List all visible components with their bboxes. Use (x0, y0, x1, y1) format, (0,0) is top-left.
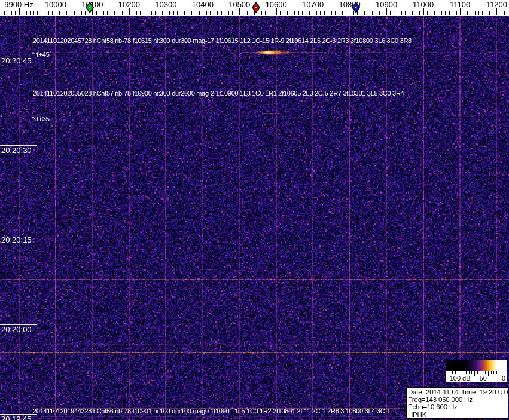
freq-label-10600: 10600 (266, 0, 287, 9)
freq-label-11200: 11200 (486, 0, 507, 9)
colorbar-gradient (446, 360, 507, 371)
event-caret-1: ^ t+45 (32, 51, 50, 58)
marker-green-icon (86, 2, 94, 13)
detection-text-2: 20141101202035028 hCnt57 nb-78 f10900 hi… (33, 90, 404, 97)
info-echo-line: Echo=10 600 Hz (408, 403, 507, 411)
freq-label-10300: 10300 (155, 0, 176, 9)
time-label-202030: 20:20:30 (1, 146, 32, 154)
time-label-202015: 20:20:15 (1, 236, 32, 244)
info-box: Date=2014-11-01 Time=19:20 UTC Freq=143 … (406, 387, 508, 419)
time-minor-mark: ` (1, 79, 2, 83)
marker-red[interactable] (252, 2, 260, 16)
time-label-202000: 20:20:00 (1, 326, 32, 333)
colorbar-scale: -100 dB -50 0 (446, 371, 507, 382)
colorbar-legend: -100 dB -50 0 (446, 360, 507, 382)
info-station-line: HPHK (408, 411, 507, 419)
spectrogram-app: 9900 Hz100001010010200103001040010500106… (0, 0, 509, 420)
colorbar-label-max: 0 (502, 375, 505, 382)
spectrogram-canvas[interactable] (0, 16, 509, 420)
marker-green[interactable] (86, 2, 94, 16)
info-freq-line: Freq=143 050 000 Hz (408, 396, 507, 404)
time-label-202045: 20:20:45 (1, 57, 32, 65)
freq-label-11000: 11000 (413, 0, 434, 9)
detection-text-1: 20141101202045728 hCnt58 nb-78 f10615 hi… (33, 37, 412, 44)
marker-blue[interactable] (352, 2, 360, 16)
freq-label-10500: 10500 (228, 0, 250, 9)
freq-label-10900: 10900 (376, 0, 397, 9)
colorbar-label-min: -100 dB (447, 375, 471, 382)
event-caret-2: ^ t+35 (32, 115, 50, 122)
time-label-201945: 20:19:45 (1, 415, 32, 420)
info-date-line: Date=2014-11-01 Time=19:20 UTC (408, 388, 507, 396)
time-minor-mark: ` (1, 117, 2, 121)
time-minor-mark: ` (1, 402, 2, 406)
freq-label-10000: 10000 (45, 0, 66, 9)
colorbar-label-mid: -50 (477, 375, 487, 382)
marker-blue-icon (352, 2, 360, 13)
freq-label-9900: 9900 Hz (4, 0, 33, 9)
freq-label-10200: 10200 (118, 0, 140, 9)
time-minor-mark: ` (1, 37, 2, 41)
frequency-ruler[interactable]: 9900 Hz100001010010200103001040010500106… (0, 0, 509, 16)
detection-text-3: 20141101201944328 hCnt56 nb-78 f10901 hi… (33, 407, 391, 415)
marker-red-icon (252, 2, 260, 13)
freq-label-10700: 10700 (302, 0, 324, 9)
freq-label-10400: 10400 (192, 0, 214, 9)
freq-label-11100: 11100 (450, 0, 470, 9)
